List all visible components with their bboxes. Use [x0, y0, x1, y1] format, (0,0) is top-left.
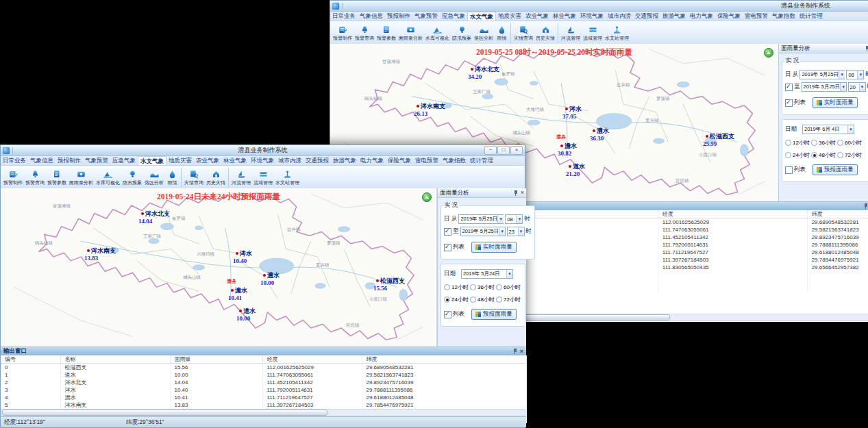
station-cennan[interactable]: 涔水南支13.83	[87, 243, 116, 262]
col-lon[interactable]: 经度	[658, 210, 807, 218]
to-checkbox[interactable]	[444, 228, 451, 236]
duration-72h[interactable]: 72小时	[837, 151, 863, 159]
from-hour-select[interactable]: 08▼	[505, 214, 523, 224]
btn-hydrostation-manage[interactable]: 水文站管理	[274, 168, 301, 187]
tab-agriculture[interactable]: 农业气象	[194, 156, 221, 165]
tab-geo-disaster[interactable]: 地质灾害	[496, 12, 523, 21]
station-songzi[interactable]: 松滋西支15.56	[376, 273, 405, 292]
station-cennan[interactable]: 涔水南支26.13	[417, 99, 445, 117]
realtime-rain-button[interactable]: 实时面雨量	[471, 242, 517, 253]
btn-flood-plan[interactable]: 防汛预案	[451, 24, 473, 42]
table-row[interactable]: 1道水10.00111.74706305506129.5821563741823	[1, 371, 526, 379]
btn-river-manage[interactable]: 河流管理	[560, 24, 582, 42]
to-hour-select[interactable]: 20▼	[848, 82, 866, 92]
table-row[interactable]: 5涔水南支13.83111.39726718450329.78544769759…	[1, 401, 526, 409]
tab-hydro[interactable]: 水文气象	[138, 156, 166, 165]
forecast-date-select[interactable]: 2019年 5月24日▼	[461, 269, 513, 279]
btn-rain-info[interactable]: 雨情	[165, 168, 179, 187]
station-songzi[interactable]: 松滋西支25.59	[706, 129, 734, 147]
tab-emergency[interactable]: 应急气象	[110, 156, 138, 165]
tab-forestry[interactable]: 林业气象	[221, 156, 249, 165]
duration-72h[interactable]: 72小时	[496, 296, 522, 303]
station-dao[interactable]: 道水10.00	[239, 303, 256, 322]
forecast-rain-button[interactable]: 预报面雨量	[813, 164, 858, 175]
list-checkbox[interactable]	[444, 244, 451, 251]
close-icon[interactable]: ×	[520, 349, 523, 355]
table-row[interactable]: 3涔水10.40111.79200511463129.7888111395086	[1, 386, 526, 394]
tab-power[interactable]: 电力气象	[358, 156, 386, 165]
tab-weather-info[interactable]: 气象信息	[28, 156, 55, 165]
duration-12h[interactable]: 12小时	[785, 139, 811, 147]
forecast-date-select[interactable]: 2019年 6月 4日▼	[802, 125, 854, 134]
btn-warning-query[interactable]: 预警查询	[354, 24, 375, 42]
to-date-select[interactable]: 2019年 5月25日▼	[460, 227, 506, 236]
btn-area-rain[interactable]: 面雨量分析	[397, 24, 424, 42]
tab-weather-info[interactable]: 气象信息	[358, 12, 385, 21]
btn-warning-make[interactable]: 预警制作	[332, 24, 354, 42]
station-cen[interactable]: 涔水37.05	[565, 101, 582, 120]
to-date-select[interactable]: 2019年 5月25日▼	[802, 82, 847, 92]
close-button[interactable]: ×	[510, 146, 523, 155]
tab-daily[interactable]: 日常业务	[330, 12, 358, 21]
tab-urban-flood[interactable]: 城市内涝	[276, 156, 303, 165]
list-checkbox[interactable]	[444, 311, 451, 318]
tab-insurance[interactable]: 保险气象	[386, 156, 413, 165]
tab-agriculture[interactable]: 农业气象	[523, 12, 551, 21]
tab-warning[interactable]: 气象预警	[83, 156, 110, 165]
map-collapse-button[interactable]	[422, 192, 432, 202]
tab-urban-flood[interactable]: 城市内涝	[606, 12, 633, 21]
tab-hydro[interactable]: 水文气象	[467, 12, 496, 21]
tab-index[interactable]: 气象指数	[441, 156, 468, 165]
titlebar[interactable]: 澧县业务制作系统	[330, 1, 868, 12]
duration-24h[interactable]: 24小时	[444, 296, 470, 303]
tab-power[interactable]: 电力气象	[688, 12, 715, 21]
table-row[interactable]: 2涔水北支14.04111.45210541134229.89234757160…	[1, 379, 526, 386]
tab-insurance[interactable]: 保险气象	[715, 12, 743, 21]
station-li[interactable]: 澧水36.30	[593, 123, 609, 142]
tab-traffic[interactable]: 交通预报	[303, 156, 331, 165]
station-cenbei[interactable]: 涔水北支34.20	[471, 62, 499, 80]
station-dan[interactable]: 澹水10.41	[231, 283, 247, 301]
btn-rain-info[interactable]: 雨情	[495, 24, 509, 42]
btn-basin-manage[interactable]: 流域管理	[252, 168, 274, 187]
duration-60h[interactable]: 60小时	[496, 284, 522, 291]
station-dao[interactable]: 道水21.20	[569, 159, 585, 177]
btn-river-manage[interactable]: 河流管理	[230, 168, 252, 187]
duration-12h[interactable]: 12小时	[444, 284, 470, 291]
pin-icon[interactable]	[512, 348, 518, 355]
tab-forestry[interactable]: 林业气象	[551, 12, 578, 21]
from-date-select[interactable]: 2019年 5月25日▼	[458, 214, 504, 224]
close-icon[interactable]: ×	[521, 190, 524, 196]
btn-warning-make[interactable]: 预警制作	[2, 168, 24, 187]
station-cenbei[interactable]: 涔水北支14.04	[141, 206, 170, 225]
tab-geo-disaster[interactable]: 地质灾害	[166, 156, 194, 165]
table-row[interactable]: 0松滋西支15.56112.00162562502929.68905485322…	[1, 364, 526, 372]
station-dan[interactable]: 澹水30.82	[560, 138, 577, 157]
tab-environment[interactable]: 环境气象	[249, 156, 276, 165]
titlebar[interactable]: 澧县业务制作系统 － □ ×	[1, 145, 525, 156]
tab-tourism[interactable]: 旅游气象	[331, 156, 358, 165]
scrollbar-thumb[interactable]	[2, 410, 327, 416]
btn-reservoir[interactable]: 水库可视化	[95, 168, 121, 187]
btn-disaster-query[interactable]: 灾情查询	[512, 24, 534, 42]
forecast-rain-button[interactable]: 预报面雨量	[471, 309, 517, 320]
tab-forecast-making[interactable]: 预报制作	[385, 12, 412, 21]
tab-statistics[interactable]: 统计管理	[797, 12, 825, 21]
duration-36h[interactable]: 36小时	[470, 284, 496, 291]
pin-icon[interactable]	[864, 45, 868, 52]
col-lat[interactable]: 纬度	[362, 355, 526, 364]
tab-index[interactable]: 气象指数	[770, 12, 797, 21]
station-cen[interactable]: 涔水10.40	[236, 246, 252, 264]
horizontal-scrollbar[interactable]	[1, 409, 525, 416]
tab-warning[interactable]: 气象预警	[412, 12, 440, 21]
list-checkbox[interactable]	[785, 166, 793, 174]
table-row[interactable]: 4澹水10.41111.71121964752729.6188012485048	[1, 394, 526, 401]
station-li[interactable]: 澧水10.00	[263, 268, 280, 286]
btn-history-disaster[interactable]: 历史灾情	[534, 24, 556, 42]
btn-warning-params[interactable]: 预警参数	[46, 168, 68, 187]
col-name[interactable]: 名称	[60, 355, 170, 364]
duration-48h[interactable]: 48小时	[470, 296, 496, 303]
col-lon[interactable]: 经度	[262, 355, 362, 364]
from-hour-select[interactable]: 08▼	[846, 70, 864, 79]
duration-60h[interactable]: 60小时	[837, 139, 863, 147]
